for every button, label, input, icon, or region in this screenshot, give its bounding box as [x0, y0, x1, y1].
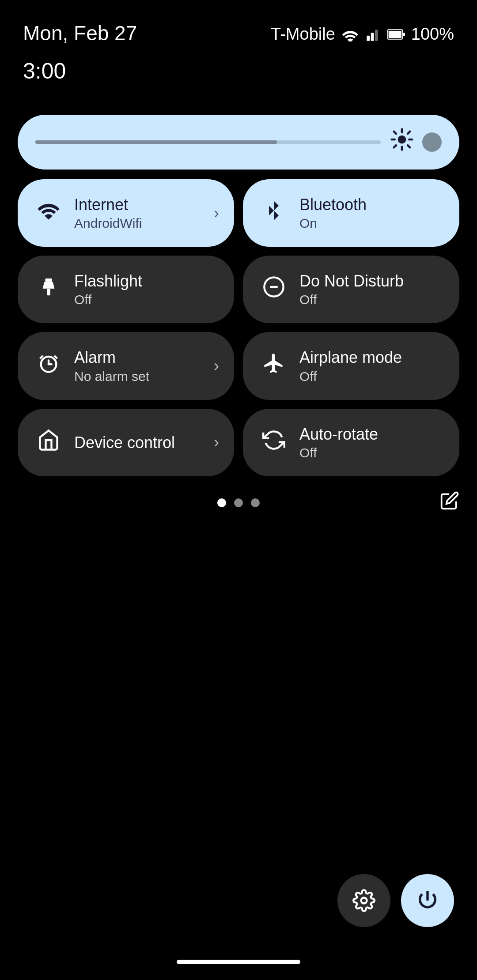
page-indicators	[18, 498, 459, 507]
brightness-icon	[390, 127, 414, 157]
status-right-icons: T-Mobile 100%	[271, 21, 454, 44]
auto-rotate-title: Auto-rotate	[299, 425, 378, 444]
device-control-chevron-icon: ›	[214, 433, 219, 452]
auto-rotate-text: Auto-rotate Off	[299, 425, 378, 460]
auto-rotate-icon	[261, 429, 287, 456]
alarm-chevron-icon: ›	[214, 357, 219, 375]
device-control-text: Device control	[74, 433, 175, 452]
svg-line-24	[54, 356, 57, 359]
dnd-tile[interactable]: Do Not Disturb Off	[243, 256, 459, 323]
internet-tile[interactable]: Internet AndroidWifi ›	[18, 179, 234, 247]
internet-title: Internet	[74, 195, 142, 214]
svg-point-6	[398, 136, 406, 144]
device-control-icon	[35, 429, 62, 456]
flashlight-subtitle: Off	[74, 292, 142, 307]
flashlight-icon	[35, 275, 62, 303]
alarm-subtitle: No alarm set	[74, 369, 149, 384]
page-dot-3	[251, 498, 260, 507]
status-time: 3:00	[0, 54, 477, 84]
status-bar: Mon, Feb 27 T-Mobile 100%	[0, 0, 477, 54]
svg-rect-5	[402, 33, 405, 36]
dnd-title: Do Not Disturb	[299, 271, 404, 290]
svg-line-13	[408, 132, 410, 134]
bluetooth-text: Bluetooth On	[299, 195, 367, 231]
device-control-title: Device control	[74, 433, 175, 452]
home-indicator	[177, 960, 300, 964]
bluetooth-tile[interactable]: Bluetooth On	[243, 179, 459, 247]
svg-line-14	[394, 145, 396, 147]
wifi-icon	[35, 199, 62, 227]
brightness-track	[35, 140, 381, 144]
dnd-subtitle: Off	[299, 292, 404, 307]
svg-rect-2	[375, 30, 378, 41]
edit-button[interactable]	[440, 491, 459, 515]
page-dot-2	[234, 498, 243, 507]
auto-rotate-subtitle: Off	[299, 445, 378, 460]
svg-point-25	[361, 898, 367, 904]
dnd-text: Do Not Disturb Off	[299, 271, 404, 307]
svg-rect-0	[367, 35, 370, 41]
page-dot-1	[217, 498, 226, 507]
flashlight-title: Flashlight	[74, 271, 142, 290]
svg-line-11	[394, 132, 396, 134]
bottom-buttons	[337, 874, 454, 927]
svg-line-12	[408, 145, 410, 147]
bluetooth-subtitle: On	[299, 216, 367, 231]
brightness-fill	[35, 140, 277, 144]
bluetooth-icon	[261, 199, 287, 227]
dnd-icon	[261, 275, 287, 303]
settings-button[interactable]	[337, 874, 390, 927]
wifi-status-icon	[341, 27, 359, 41]
internet-subtitle: AndroidWifi	[74, 216, 142, 231]
brightness-drag-handle[interactable]	[422, 132, 442, 152]
alarm-title: Alarm	[74, 348, 149, 367]
signal-status-icon	[365, 27, 381, 41]
auto-rotate-tile[interactable]: Auto-rotate Off	[243, 409, 459, 476]
svg-rect-1	[371, 33, 374, 41]
power-button[interactable]	[401, 874, 454, 927]
airplane-text: Airplane mode Off	[299, 348, 402, 384]
internet-chevron-icon: ›	[214, 204, 219, 222]
svg-rect-4	[388, 31, 401, 38]
airplane-title: Airplane mode	[299, 348, 402, 367]
battery-label: 100%	[411, 25, 454, 44]
carrier-label: T-Mobile	[271, 25, 335, 44]
internet-text: Internet AndroidWifi	[74, 195, 142, 231]
status-date: Mon, Feb 27	[23, 21, 137, 45]
airplane-icon	[261, 352, 287, 380]
quick-settings-panel: Internet AndroidWifi › Bluetooth On	[0, 102, 477, 507]
airplane-subtitle: Off	[299, 369, 402, 384]
airplane-tile[interactable]: Airplane mode Off	[243, 332, 459, 400]
alarm-tile[interactable]: Alarm No alarm set ›	[18, 332, 234, 400]
alarm-text: Alarm No alarm set	[74, 348, 149, 384]
device-control-tile[interactable]: Device control ›	[18, 409, 234, 476]
svg-line-23	[40, 356, 43, 359]
tile-grid: Internet AndroidWifi › Bluetooth On	[18, 179, 459, 476]
alarm-icon	[35, 352, 62, 380]
svg-rect-15	[45, 279, 52, 282]
battery-status-icon	[387, 28, 405, 41]
flashlight-text: Flashlight Off	[74, 271, 142, 307]
bluetooth-title: Bluetooth	[299, 195, 367, 214]
brightness-slider[interactable]	[18, 115, 459, 170]
flashlight-tile[interactable]: Flashlight Off	[18, 256, 234, 323]
